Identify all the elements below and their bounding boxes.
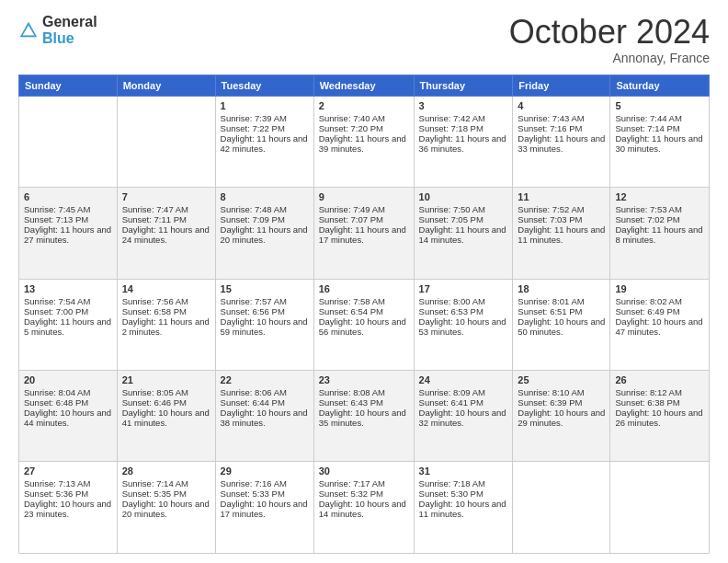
sunset-text: Sunset: 6:48 PM: [24, 397, 88, 408]
day-number: 8: [221, 191, 309, 202]
sunrise-text: Sunrise: 8:00 AM: [419, 296, 485, 306]
logo-icon: [18, 20, 39, 40]
calendar-cell: 14Sunrise: 7:56 AMSunset: 6:58 PMDayligh…: [117, 279, 215, 370]
sunrise-text: Sunrise: 8:08 AM: [319, 387, 385, 397]
sunset-text: Sunset: 5:30 PM: [419, 488, 483, 499]
sunrise-text: Sunrise: 8:06 AM: [221, 387, 287, 397]
calendar-cell: 20Sunrise: 8:04 AMSunset: 6:48 PMDayligh…: [19, 371, 118, 462]
sunrise-text: Sunrise: 7:52 AM: [518, 204, 584, 214]
calendar-cell: 11Sunrise: 7:52 AMSunset: 7:03 PMDayligh…: [513, 188, 610, 279]
header: General Blue October 2024 Annonay, Franc…: [18, 14, 710, 65]
calendar-cell: 17Sunrise: 8:00 AMSunset: 6:53 PMDayligh…: [414, 279, 513, 370]
sunrise-text: Sunrise: 7:43 AM: [518, 113, 584, 123]
daylight-text: Daylight: 11 hours and 14 minutes.: [419, 224, 506, 245]
day-number: 1: [221, 100, 309, 111]
calendar-week-row: 13Sunrise: 7:54 AMSunset: 7:00 PMDayligh…: [19, 279, 710, 370]
calendar-cell: 19Sunrise: 8:02 AMSunset: 6:49 PMDayligh…: [610, 279, 710, 370]
sunset-text: Sunset: 5:36 PM: [24, 488, 88, 499]
sunset-text: Sunset: 7:14 PM: [615, 123, 679, 133]
calendar-cell: 7Sunrise: 7:47 AMSunset: 7:11 PMDaylight…: [117, 188, 215, 279]
weekday-header: Wednesday: [313, 75, 414, 96]
calendar-cell: [610, 462, 710, 554]
daylight-text: Daylight: 10 hours and 11 minutes.: [419, 499, 506, 519]
daylight-text: Daylight: 10 hours and 47 minutes.: [615, 316, 702, 337]
day-number: 9: [319, 191, 409, 202]
day-number: 20: [24, 374, 112, 385]
day-number: 10: [419, 191, 508, 202]
day-number: 19: [615, 283, 704, 294]
sunrise-text: Sunrise: 8:01 AM: [518, 296, 584, 306]
weekday-header: Tuesday: [215, 75, 313, 96]
daylight-text: Daylight: 10 hours and 17 minutes.: [221, 499, 308, 519]
sunrise-text: Sunrise: 8:10 AM: [518, 387, 584, 397]
sunset-text: Sunset: 7:20 PM: [319, 123, 383, 133]
daylight-text: Daylight: 11 hours and 5 minutes.: [24, 316, 111, 337]
sunset-text: Sunset: 5:33 PM: [221, 488, 285, 499]
sunrise-text: Sunrise: 7:42 AM: [419, 113, 485, 123]
daylight-text: Daylight: 10 hours and 20 minutes.: [122, 499, 210, 519]
weekday-header: Sunday: [19, 75, 118, 96]
sunset-text: Sunset: 6:51 PM: [518, 306, 582, 316]
day-number: 27: [24, 465, 112, 477]
daylight-text: Daylight: 10 hours and 56 minutes.: [319, 316, 406, 337]
sunset-text: Sunset: 6:54 PM: [319, 306, 383, 316]
daylight-text: Daylight: 11 hours and 11 minutes.: [518, 224, 605, 245]
sunset-text: Sunset: 5:35 PM: [122, 488, 187, 499]
calendar-cell: 4Sunrise: 7:43 AMSunset: 7:16 PMDaylight…: [513, 96, 610, 187]
day-number: 2: [319, 100, 409, 111]
weekday-header: Friday: [513, 75, 610, 96]
sunrise-text: Sunrise: 8:04 AM: [24, 387, 90, 397]
location: Annonay, France: [509, 51, 710, 65]
daylight-text: Daylight: 10 hours and 53 minutes.: [419, 316, 506, 337]
sunrise-text: Sunrise: 7:49 AM: [319, 204, 385, 214]
sunset-text: Sunset: 7:00 PM: [24, 306, 88, 316]
sunrise-text: Sunrise: 7:56 AM: [122, 296, 188, 306]
calendar-cell: 25Sunrise: 8:10 AMSunset: 6:39 PMDayligh…: [513, 371, 610, 462]
calendar-cell: 21Sunrise: 8:05 AMSunset: 6:46 PMDayligh…: [117, 371, 215, 462]
sunrise-text: Sunrise: 8:05 AM: [122, 387, 188, 397]
sunrise-text: Sunrise: 7:13 AM: [24, 478, 90, 488]
daylight-text: Daylight: 10 hours and 32 minutes.: [419, 408, 506, 428]
sunset-text: Sunset: 6:56 PM: [221, 306, 285, 316]
sunset-text: Sunset: 5:32 PM: [319, 488, 383, 499]
sunset-text: Sunset: 7:02 PM: [615, 214, 679, 224]
day-number: 22: [221, 374, 309, 385]
daylight-text: Daylight: 10 hours and 59 minutes.: [221, 316, 308, 337]
sunset-text: Sunset: 7:05 PM: [419, 214, 483, 224]
sunrise-text: Sunrise: 8:02 AM: [615, 296, 681, 306]
calendar-cell: 3Sunrise: 7:42 AMSunset: 7:18 PMDaylight…: [414, 96, 513, 187]
calendar-cell: [513, 462, 610, 554]
sunset-text: Sunset: 7:13 PM: [24, 214, 88, 224]
daylight-text: Daylight: 11 hours and 33 minutes.: [518, 133, 605, 154]
sunset-text: Sunset: 6:41 PM: [419, 397, 483, 408]
calendar-cell: [117, 96, 215, 187]
calendar-cell: 2Sunrise: 7:40 AMSunset: 7:20 PMDaylight…: [313, 96, 414, 187]
weekday-header: Thursday: [414, 75, 513, 96]
sunrise-text: Sunrise: 7:17 AM: [319, 478, 385, 488]
sunset-text: Sunset: 7:07 PM: [319, 214, 383, 224]
calendar-cell: 8Sunrise: 7:48 AMSunset: 7:09 PMDaylight…: [215, 188, 313, 279]
day-number: 13: [24, 283, 112, 294]
logo-blue: Blue: [42, 30, 74, 46]
daylight-text: Daylight: 10 hours and 23 minutes.: [24, 499, 111, 519]
day-number: 3: [419, 100, 508, 111]
calendar-cell: 29Sunrise: 7:16 AMSunset: 5:33 PMDayligh…: [215, 462, 313, 554]
day-number: 24: [419, 374, 508, 385]
sunset-text: Sunset: 6:43 PM: [319, 397, 383, 408]
calendar-cell: [19, 96, 118, 187]
calendar-week-row: 1Sunrise: 7:39 AMSunset: 7:22 PMDaylight…: [19, 96, 710, 187]
calendar-cell: 15Sunrise: 7:57 AMSunset: 6:56 PMDayligh…: [215, 279, 313, 370]
day-number: 6: [24, 191, 112, 202]
weekday-header-row: SundayMondayTuesdayWednesdayThursdayFrid…: [19, 75, 710, 96]
sunrise-text: Sunrise: 7:14 AM: [122, 478, 188, 488]
calendar-cell: 1Sunrise: 7:39 AMSunset: 7:22 PMDaylight…: [215, 96, 313, 187]
day-number: 12: [615, 191, 704, 202]
sunset-text: Sunset: 7:18 PM: [419, 123, 483, 133]
day-number: 28: [122, 465, 210, 477]
calendar-cell: 10Sunrise: 7:50 AMSunset: 7:05 PMDayligh…: [414, 188, 513, 279]
calendar-cell: 26Sunrise: 8:12 AMSunset: 6:38 PMDayligh…: [610, 371, 710, 462]
daylight-text: Daylight: 11 hours and 17 minutes.: [319, 224, 406, 245]
daylight-text: Daylight: 11 hours and 36 minutes.: [419, 133, 506, 154]
daylight-text: Daylight: 11 hours and 42 minutes.: [221, 133, 308, 154]
daylight-text: Daylight: 11 hours and 39 minutes.: [319, 133, 406, 154]
